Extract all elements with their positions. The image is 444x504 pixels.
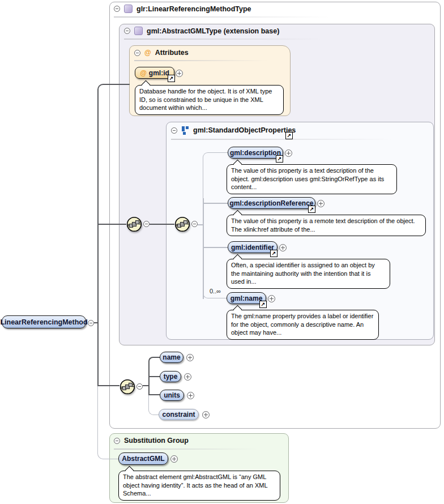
expand-icon[interactable] bbox=[317, 200, 325, 207]
element-pill-name[interactable]: name bbox=[160, 352, 183, 363]
collapse-icon[interactable] bbox=[114, 438, 120, 444]
connector-line bbox=[94, 322, 98, 323]
root-element-label: LinearReferencingMethod bbox=[0, 318, 87, 326]
collapse-icon[interactable] bbox=[124, 28, 130, 34]
collapse-icon[interactable] bbox=[191, 221, 198, 227]
element-label: type bbox=[164, 373, 178, 381]
goto-definition-icon[interactable] bbox=[285, 132, 293, 139]
complex-type-title: glr:LinearReferencingMethodType bbox=[136, 5, 251, 13]
header-separator bbox=[114, 449, 258, 450]
collapse-icon[interactable] bbox=[171, 127, 177, 134]
expand-icon[interactable] bbox=[279, 244, 287, 251]
goto-definition-icon[interactable] bbox=[276, 155, 283, 163]
header-separator bbox=[171, 139, 392, 140]
model-group-title: gml:StandardObjectProperties bbox=[193, 126, 296, 134]
header-separator bbox=[134, 60, 267, 61]
doc-tooltip-gml-description: The value of this property is a text des… bbox=[227, 164, 397, 194]
goto-definition-icon[interactable] bbox=[270, 250, 278, 257]
doc-tooltip-gml-identifier: Often, a special identifier is assigned … bbox=[227, 259, 390, 289]
collapse-icon[interactable] bbox=[134, 50, 140, 56]
doc-text: Often, a special identifier is assigned … bbox=[231, 262, 375, 285]
expand-icon[interactable] bbox=[184, 373, 191, 381]
substitution-group-header: Substitution Group bbox=[114, 437, 189, 445]
doc-text: The value of this property is a remote t… bbox=[231, 217, 415, 233]
sequence-icon[interactable] bbox=[174, 216, 190, 232]
complex-type-icon bbox=[134, 27, 143, 35]
attribute-label: gml:id bbox=[149, 69, 169, 77]
expand-icon[interactable] bbox=[186, 354, 194, 361]
doc-text: The value of this property is a text des… bbox=[231, 167, 384, 190]
sequence-icon[interactable] bbox=[126, 216, 142, 232]
element-label: gml:description bbox=[230, 149, 281, 157]
doc-tooltip-gml-name: The gml:name property provides a label o… bbox=[227, 310, 379, 340]
element-pill-gml-descriptionReference[interactable]: gml:descriptionReference bbox=[228, 197, 315, 209]
attribute-at-icon: @ bbox=[140, 69, 147, 77]
collapse-icon[interactable] bbox=[88, 320, 94, 326]
attribute-at-icon: @ bbox=[144, 49, 151, 57]
expand-icon[interactable] bbox=[202, 411, 210, 418]
element-label: AbstractGML bbox=[122, 455, 164, 463]
element-label: constraint bbox=[162, 411, 195, 418]
element-pill-AbstractGML[interactable]: AbstractGML bbox=[118, 452, 168, 465]
element-pill-units[interactable]: units bbox=[160, 390, 184, 401]
sequence-icon[interactable] bbox=[119, 379, 135, 395]
extension-base-title: gml:AbstractGMLType (extension base) bbox=[147, 27, 279, 35]
element-pill-type[interactable]: type bbox=[160, 371, 181, 382]
doc-text: The gml:name property provides a label o… bbox=[231, 313, 373, 336]
model-group-header: gml:StandardObjectProperties bbox=[171, 126, 296, 135]
header-separator bbox=[114, 16, 329, 18]
root-element-pill[interactable]: LinearReferencingMethod bbox=[2, 315, 86, 328]
header-separator bbox=[124, 39, 322, 40]
element-label: gml:name bbox=[230, 294, 263, 302]
element-pill-gml-description[interactable]: gml:description bbox=[228, 147, 283, 159]
expand-icon[interactable] bbox=[268, 295, 275, 302]
complex-type-icon bbox=[124, 5, 133, 13]
model-group-icon bbox=[181, 126, 189, 135]
extension-base-header: gml:AbstractGMLType (extension base) bbox=[124, 27, 279, 35]
collapse-icon[interactable] bbox=[143, 221, 150, 227]
element-label: units bbox=[164, 391, 180, 399]
complex-type-header: glr:LinearReferencingMethodType bbox=[114, 5, 251, 13]
collapse-icon[interactable] bbox=[136, 383, 143, 390]
doc-text: The abstract element gml:AbstractGML is … bbox=[123, 473, 267, 497]
element-label: gml:descriptionReference bbox=[229, 199, 313, 207]
expand-icon[interactable] bbox=[187, 392, 194, 399]
attributes-header: @ Attributes bbox=[134, 49, 189, 57]
element-label: gml:identifier bbox=[231, 244, 274, 251]
element-pill-constraint[interactable]: constraint bbox=[159, 409, 199, 420]
doc-text: Database handle for the object. It is of… bbox=[139, 88, 272, 111]
substitution-group-title: Substitution Group bbox=[124, 437, 189, 445]
goto-definition-icon[interactable] bbox=[259, 301, 267, 308]
doc-tooltip-AbstractGML: The abstract element gml:AbstractGML is … bbox=[118, 471, 280, 501]
attributes-title: Attributes bbox=[155, 49, 189, 57]
xsd-diagram: glr:LinearReferencingMethodType gml:Abst… bbox=[0, 0, 444, 504]
occurrence-label: 0..∞ bbox=[210, 288, 221, 294]
collapse-icon[interactable] bbox=[114, 6, 120, 12]
expand-icon[interactable] bbox=[176, 70, 183, 77]
doc-tooltip-gml-id: Database handle for the object. It is of… bbox=[135, 85, 284, 115]
expand-icon[interactable] bbox=[170, 455, 178, 463]
doc-tooltip-gml-descriptionReference: The value of this property is a remote t… bbox=[227, 215, 426, 236]
goto-definition-icon[interactable] bbox=[168, 75, 175, 82]
element-label: name bbox=[163, 353, 180, 361]
goto-definition-icon[interactable] bbox=[308, 206, 315, 213]
expand-icon[interactable] bbox=[285, 150, 292, 157]
